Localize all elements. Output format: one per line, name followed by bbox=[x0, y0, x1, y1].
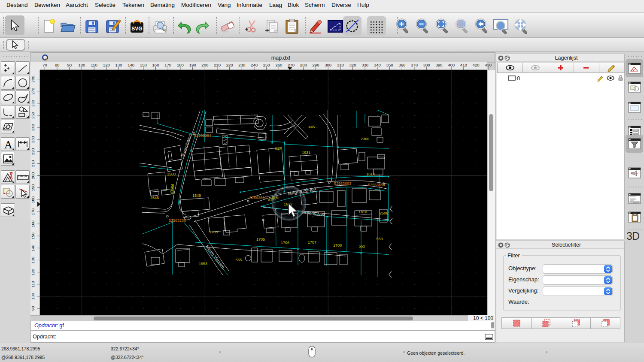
svg-text:52563693: 52563693 bbox=[334, 181, 351, 186]
svg-text:110: 110 bbox=[91, 63, 97, 67]
svg-text:1703: 1703 bbox=[209, 230, 218, 234]
svg-text:130: 130 bbox=[115, 63, 122, 67]
svg-text:220: 220 bbox=[30, 148, 35, 155]
svg-text:120: 120 bbox=[30, 269, 35, 276]
svg-text:230: 230 bbox=[30, 136, 35, 143]
svg-text:0: 0 bbox=[517, 75, 520, 81]
svg-text:160: 160 bbox=[30, 220, 35, 227]
svg-text:190: 190 bbox=[30, 184, 35, 191]
svg-text:300: 300 bbox=[325, 63, 331, 67]
svg-text:250: 250 bbox=[263, 63, 270, 67]
svg-text:90: 90 bbox=[67, 63, 72, 67]
svg-text:555: 555 bbox=[235, 258, 242, 262]
svg-text:330: 330 bbox=[361, 63, 368, 67]
svg-text:310: 310 bbox=[337, 63, 344, 67]
svg-text:270: 270 bbox=[30, 88, 35, 95]
svg-text:130: 130 bbox=[30, 257, 35, 264]
svg-text:52563694: 52563694 bbox=[368, 183, 385, 187]
svg-text:SVG: SVG bbox=[131, 26, 142, 32]
svg-text:1810: 1810 bbox=[358, 210, 367, 214]
svg-text:A: A bbox=[4, 139, 12, 151]
svg-text:2546: 2546 bbox=[150, 196, 159, 200]
svg-text:270: 270 bbox=[288, 63, 295, 67]
svg-text:120: 120 bbox=[103, 63, 110, 67]
svg-text:70: 70 bbox=[43, 63, 47, 67]
svg-text:2360: 2360 bbox=[361, 137, 369, 141]
svg-text:1549: 1549 bbox=[192, 193, 201, 198]
svg-text:52563236: 52563236 bbox=[169, 218, 186, 223]
svg-text:100: 100 bbox=[78, 63, 85, 67]
svg-text:240: 240 bbox=[30, 124, 35, 131]
svg-text:> command: > command bbox=[631, 202, 639, 204]
svg-text:390: 390 bbox=[435, 63, 442, 67]
svg-text:170: 170 bbox=[164, 63, 171, 67]
svg-text:548: 548 bbox=[275, 147, 281, 151]
svg-text:280: 280 bbox=[300, 63, 307, 67]
svg-text:430: 430 bbox=[485, 63, 492, 67]
svg-text:410: 410 bbox=[460, 63, 467, 67]
svg-text:2506: 2506 bbox=[380, 211, 388, 215]
svg-text:150: 150 bbox=[140, 63, 147, 67]
svg-text:260: 260 bbox=[30, 100, 35, 107]
svg-text:52563284: 52563284 bbox=[194, 133, 211, 138]
svg-text:552: 552 bbox=[358, 244, 365, 248]
svg-text:180: 180 bbox=[30, 196, 35, 203]
svg-text:1705: 1705 bbox=[256, 237, 265, 241]
svg-text:550: 550 bbox=[376, 237, 383, 241]
svg-text:220: 220 bbox=[226, 63, 233, 67]
svg-text:200: 200 bbox=[201, 63, 208, 67]
svg-text:1931: 1931 bbox=[302, 151, 310, 155]
svg-text:52563692: 52563692 bbox=[249, 196, 267, 200]
svg-text:380: 380 bbox=[423, 63, 430, 67]
svg-text:290: 290 bbox=[313, 63, 319, 67]
svg-text:140: 140 bbox=[128, 63, 134, 67]
svg-text:420: 420 bbox=[473, 63, 480, 67]
svg-text:90: 90 bbox=[30, 306, 35, 311]
svg-text:150: 150 bbox=[30, 232, 35, 239]
svg-text:1706: 1706 bbox=[281, 241, 289, 245]
svg-text:340: 340 bbox=[374, 63, 381, 67]
svg-text:400: 400 bbox=[448, 63, 455, 67]
svg-text:1614: 1614 bbox=[366, 172, 375, 176]
svg-text:1708: 1708 bbox=[333, 243, 342, 247]
svg-text:230: 230 bbox=[238, 63, 245, 67]
svg-text:260: 260 bbox=[275, 63, 282, 67]
svg-text:1953: 1953 bbox=[199, 262, 207, 266]
svg-text:190: 190 bbox=[189, 63, 196, 67]
svg-text:445: 445 bbox=[308, 125, 315, 129]
svg-text:350: 350 bbox=[386, 63, 393, 67]
svg-text:370: 370 bbox=[411, 63, 418, 67]
svg-text:80: 80 bbox=[55, 63, 60, 67]
svg-text:180: 180 bbox=[177, 63, 184, 67]
svg-text:240: 240 bbox=[251, 63, 258, 67]
svg-text:280: 280 bbox=[30, 76, 35, 83]
svg-text:210: 210 bbox=[214, 63, 221, 67]
svg-text:100: 100 bbox=[30, 293, 35, 300]
svg-text:170: 170 bbox=[30, 208, 35, 215]
svg-text:320: 320 bbox=[349, 63, 356, 67]
svg-text:140: 140 bbox=[30, 244, 35, 251]
svg-text:250: 250 bbox=[30, 112, 35, 119]
svg-text:160: 160 bbox=[152, 63, 159, 67]
svg-text:210: 210 bbox=[30, 160, 35, 167]
svg-text:360: 360 bbox=[398, 63, 405, 67]
svg-text:110: 110 bbox=[30, 281, 35, 287]
svg-text:1580: 1580 bbox=[167, 172, 176, 176]
svg-text:1707: 1707 bbox=[308, 240, 316, 244]
svg-text:200: 200 bbox=[30, 172, 35, 179]
